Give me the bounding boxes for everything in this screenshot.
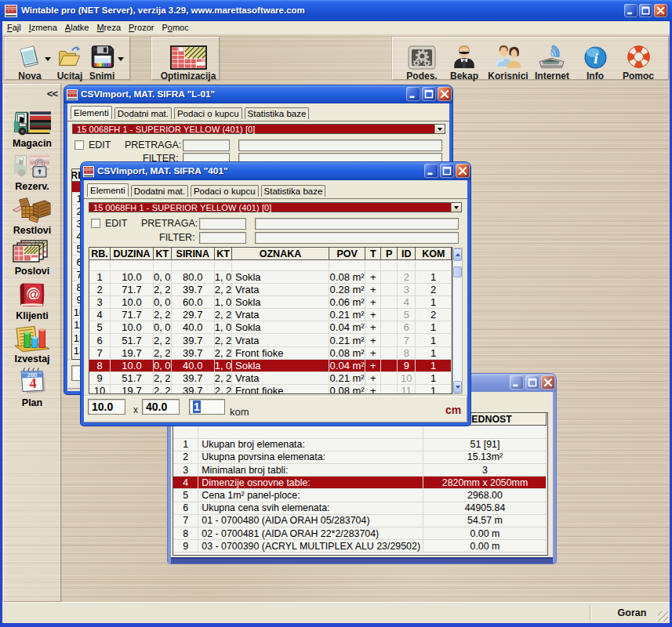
new-dropdown-arrow[interactable] xyxy=(45,57,51,64)
w401-table-row[interactable]: 9 51.7 2, 2 39.7 2, 2 Vrata 0.21 m² + 10 xyxy=(89,372,452,385)
w401-footer-panel: 10.0 x 40.0 1 kom cm xyxy=(84,396,467,422)
w401-edit-checkbox[interactable] xyxy=(91,219,100,228)
sidebar-item[interactable]: Rezerv. xyxy=(6,153,58,192)
l01-material-combo[interactable]: 15 0068FH 1 - SUPERIOR YELLOW (401) [0] xyxy=(72,124,445,134)
menu-item[interactable]: Fajl xyxy=(3,22,25,34)
w401-table-row[interactable]: 6 51.7 2, 2 39.7 2, 2 Vrata 0.21 m² + 7 xyxy=(89,334,452,346)
optimize-button[interactable]: Optimizacija xyxy=(155,39,221,82)
sidebar-item[interactable]: Izvestaj xyxy=(6,324,58,364)
l01-tab[interactable]: Statistika baze xyxy=(245,107,310,119)
w401-width-input[interactable]: 10.0 xyxy=(88,399,125,415)
w401-titlebar[interactable]: CSVImport, MAT. SIFRA "401" xyxy=(81,162,470,180)
scroll-up-icon[interactable] xyxy=(453,248,462,261)
menu-item[interactable]: Mreza xyxy=(93,22,125,34)
sidebar-item[interactable]: Poslovi xyxy=(6,237,58,277)
w401-filter-input-2[interactable] xyxy=(255,232,459,244)
menu-item[interactable]: Pomoc xyxy=(158,22,192,34)
l01-close-button[interactable] xyxy=(438,87,452,101)
w401-tab[interactable]: Statistika baze xyxy=(261,185,326,197)
w401-filter-input-1[interactable] xyxy=(199,232,246,244)
w401-table-row[interactable]: 7 19.7 2, 2 39.7 2, 2 Front fioke 0.08 m… xyxy=(89,347,452,360)
w401-search-input-1[interactable] xyxy=(199,218,246,230)
results-table-row[interactable]: 4Dimenzije osnovne table:2820mm x 2050mm xyxy=(173,477,547,489)
results-table-row[interactable]: 903 - 0700390 (ACRYL MULTIPLEX ALU 23/29… xyxy=(173,540,547,553)
w401-kom-label: kom xyxy=(230,406,249,418)
w401-column-header: POV xyxy=(329,248,365,260)
results-table[interactable]: VREDNOST 1Ukupan broj elemenata:51 [91] … xyxy=(173,412,548,556)
w401-table-row[interactable]: 10 19.7 2, 2 39.7 2, 2 Front fioke 0.08 … xyxy=(89,385,452,394)
w401-maximize-button[interactable] xyxy=(440,164,454,178)
sidebar-item[interactable]: Restlovi xyxy=(6,197,58,236)
w401-search-input-2[interactable] xyxy=(255,218,459,230)
l01-tab[interactable]: Dodatni mat. xyxy=(114,107,172,119)
results-minimize-button[interactable] xyxy=(510,375,524,390)
main-titlebar[interactable]: Wintable pro (NET Server), verzija 3.29,… xyxy=(0,0,672,21)
l01-search-input-2[interactable] xyxy=(238,140,442,151)
menu-item[interactable]: Prozor xyxy=(125,22,158,34)
w401-tab[interactable]: Podaci o kupcu xyxy=(191,185,259,197)
menu-item[interactable]: Izmena xyxy=(25,22,61,34)
l01-window-icon xyxy=(67,89,78,100)
sidebar-item[interactable]: Magacin xyxy=(6,110,58,149)
w401-elements-table[interactable]: RB.DUZINAKTSIRINAKTOZNAKAPOVTPIDKOM 1 10… xyxy=(89,247,452,394)
results-table-row[interactable]: 6Ukupna cena svih elemenata:44905.84 xyxy=(173,502,547,515)
w401-table-row[interactable]: 3 10.0 0, 0 60.0 1, 0 Sokla 0.06 m² + 4 xyxy=(89,296,452,309)
l01-tab[interactable]: Elementi xyxy=(71,106,112,119)
results-table-row[interactable]: 701 - 0700480 (AIDA ORAH 05/283704)54.57… xyxy=(173,515,547,527)
users-button[interactable]: Korisnici xyxy=(486,39,530,82)
menu-item[interactable]: Alatke xyxy=(61,22,93,34)
w401-tab[interactable]: Dodatni mat. xyxy=(131,185,188,197)
results-table-row[interactable]: 802 - 0700481 (AIDA ORAH 22*2/283704)0.0… xyxy=(173,527,547,540)
help-button[interactable]: Pomoc xyxy=(621,39,656,82)
l01-maximize-button[interactable] xyxy=(422,87,436,101)
save-button[interactable]: Snimi xyxy=(85,39,118,82)
w401-table-row[interactable]: 5 10.0 0, 0 40.0 1, 0 Sokla 0.04 m² + 6 xyxy=(89,321,452,334)
w401-height-input[interactable]: 40.0 xyxy=(142,399,180,415)
close-button[interactable] xyxy=(654,4,667,17)
scroll-down-icon[interactable] xyxy=(453,381,462,393)
w401-minimize-button[interactable] xyxy=(424,164,438,178)
backup-button[interactable]: Bekap xyxy=(447,39,481,82)
results-table-row[interactable]: 1Ukupan broj elemenata:51 [91] xyxy=(173,439,547,451)
resize-grip-icon[interactable] xyxy=(658,611,668,622)
l01-titlebar[interactable]: CSVImport, MAT. SIFRA "L-01" xyxy=(64,85,452,103)
w401-combo-dropdown-icon[interactable] xyxy=(451,203,461,212)
results-empty-row xyxy=(173,426,547,439)
w401-table-row[interactable]: 4 71.7 2, 2 29.7 2, 2 Vrata 0.21 m² + 5 xyxy=(89,309,452,321)
w401-tab[interactable]: Elementi xyxy=(87,183,129,197)
sidebar-item[interactable]: 200 4 Plan xyxy=(6,366,58,408)
w401-table-row[interactable]: 1 10.0 0, 0 80.0 1, 0 Sokla 0.08 m² + 2 xyxy=(89,271,452,284)
w401-table-row[interactable]: 2 71.7 2, 2 39.7 2, 2 Vrata 0.28 m² + 3 xyxy=(89,284,452,296)
settings-button[interactable]: Podes. xyxy=(403,39,441,82)
l01-edit-checkbox[interactable] xyxy=(74,140,84,150)
maximize-button[interactable] xyxy=(639,4,652,17)
l01-search-input-1[interactable] xyxy=(183,140,230,151)
load-button[interactable]: Ucitaj xyxy=(53,39,86,82)
sidebar-collapse-button[interactable]: << xyxy=(47,88,57,100)
info-button[interactable]: i Info xyxy=(579,39,611,82)
results-maximize-button[interactable] xyxy=(525,375,539,390)
internet-button[interactable]: Internet xyxy=(532,39,572,82)
scroll-thumb[interactable] xyxy=(453,266,462,277)
l01-combo-dropdown-icon[interactable] xyxy=(434,125,445,133)
w401-filter-label: FILTER: xyxy=(159,232,195,243)
results-table-row[interactable]: 2Ukupna povrsina elemenata:15.13m² xyxy=(173,451,547,464)
w401-material-combo[interactable]: 15 0068FH 1 - SUPERIOR YELLOW (401) [0] xyxy=(89,202,462,212)
results-close-button[interactable] xyxy=(541,375,555,390)
l01-tab[interactable]: Podaci o kupcu xyxy=(174,107,242,119)
new-document-icon xyxy=(16,43,43,70)
sidebar-item[interactable]: @ Klijenti xyxy=(6,281,58,321)
gear-icon xyxy=(408,45,436,70)
l01-minimize-button[interactable] xyxy=(406,87,420,101)
results-table-row[interactable]: 3Minimalan broj tabli:3 xyxy=(173,464,547,477)
csvimport-401-window[interactable]: CSVImport, MAT. SIFRA "401" ElementiDoda… xyxy=(81,162,470,426)
lifebuoy-icon xyxy=(626,44,652,70)
w401-qty-input[interactable]: 1 xyxy=(189,399,225,415)
save-dropdown-arrow[interactable] xyxy=(118,57,124,64)
w401-table-row[interactable]: 8 10.0 0, 0 40.0 1, 0 Sokla 0.04 m² + 9 xyxy=(89,360,452,372)
minimize-button[interactable] xyxy=(624,4,637,17)
w401-table-scrollbar[interactable] xyxy=(452,248,463,394)
results-table-row[interactable]: 5Cena 1m² panel-ploce:2968.00 xyxy=(173,489,547,502)
w401-close-button[interactable] xyxy=(456,164,470,178)
new-button[interactable]: Nova xyxy=(12,39,48,82)
